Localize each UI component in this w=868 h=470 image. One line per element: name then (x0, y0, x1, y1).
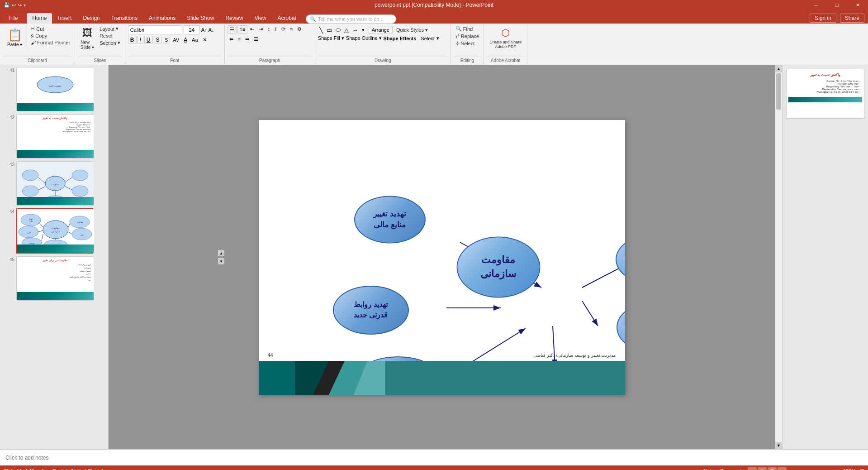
notes-button[interactable]: Notes (703, 468, 716, 470)
columns-button[interactable]: ⦀ (273, 25, 279, 34)
numbering-button[interactable]: 1≡ (237, 25, 248, 34)
tab-insert[interactable]: Insert (52, 13, 77, 24)
node-mid-left[interactable]: تهدید روابطقدرتی جدید (333, 286, 409, 335)
maximize-button[interactable]: □ (826, 0, 847, 10)
section-button[interactable]: Section ▾ (98, 39, 122, 46)
right-slide-panel[interactable]: واکنش نسبت به تغییر • Denial: No, it can… (782, 65, 868, 449)
tab-transitions[interactable]: Transitions (106, 13, 143, 24)
underline-button[interactable]: U (144, 36, 153, 44)
line-spacing-button[interactable]: ↕ (266, 25, 272, 34)
redo-icon[interactable]: ↪ (18, 2, 22, 8)
align-text-button[interactable]: ≡ (288, 25, 294, 34)
tab-review[interactable]: Review (220, 13, 248, 24)
bold-button[interactable]: B (128, 36, 137, 44)
customize-qat[interactable]: ▾ (24, 3, 26, 8)
align-center-button[interactable]: ≡ (236, 35, 242, 43)
slide-thumbnail-45[interactable]: 45 مقاومت در برابر تغییر آموزش و ارتباطا… (16, 256, 106, 301)
increase-indent-button[interactable]: ⇥ (257, 25, 265, 34)
align-right-button[interactable]: ➡ (243, 35, 251, 43)
notes-placeholder[interactable]: Click to add notes (5, 455, 48, 461)
node-top-left[interactable]: تهدید تغییرمنابع مالی (354, 196, 426, 243)
decrease-font-button[interactable]: A↓ (209, 27, 214, 33)
right-panel-slide-42[interactable]: واکنش نسبت به تغییر • Denial: No, it can… (786, 69, 864, 119)
increase-font-button[interactable]: A↑ (201, 27, 207, 33)
scroll-up-left[interactable]: ▲ (218, 250, 224, 256)
close-button[interactable]: ✕ (847, 0, 868, 10)
arrow-shape[interactable]: → (351, 26, 360, 34)
more-shapes[interactable]: ▾ (360, 26, 366, 34)
rect-shape[interactable]: ▭ (325, 26, 333, 34)
slide-thumbnail-41[interactable]: 41 مدیریت تغییر (16, 67, 106, 111)
node-top-right[interactable]: مقاومتساختاری (616, 235, 625, 284)
new-slide-button[interactable]: 🖼 NewSlide ▾ (78, 25, 97, 52)
save-icon[interactable]: 💾 (4, 2, 10, 8)
smartart-button[interactable]: ⚙ (295, 25, 304, 34)
share-button[interactable]: Share (840, 14, 864, 23)
copy-button[interactable]: ⎘ Copy (29, 33, 72, 39)
undo-icon[interactable]: ↩ (12, 2, 16, 8)
select-edit-button[interactable]: ⊹ Select (454, 40, 481, 47)
replace-button[interactable]: ⇄ Replace (454, 33, 481, 39)
minimize-button[interactable]: ─ (806, 0, 826, 10)
italic-button[interactable]: I (138, 36, 143, 44)
bullets-button[interactable]: ☰ (228, 25, 237, 34)
scroll-down-button[interactable]: ▼ (775, 442, 782, 449)
reading-view-button[interactable]: 📖 (768, 467, 777, 470)
scroll-track[interactable] (775, 72, 782, 442)
quick-styles-button[interactable]: Quick Styles ▾ (394, 27, 430, 34)
shape-outline-button[interactable]: Shape Outline ▾ (346, 35, 382, 41)
zoom-plus-button[interactable]: + (836, 468, 839, 470)
create-pdf-button[interactable]: ⬡ Create and ShareAdobe PDF (487, 25, 524, 51)
center-node[interactable]: مقاومتسازمانی (456, 236, 540, 297)
tab-home[interactable]: Home (27, 13, 52, 24)
clear-format-button[interactable]: ✕ (201, 36, 209, 43)
shape-fill-button[interactable]: Shape Fill ▾ (318, 35, 344, 41)
slide-sorter-button[interactable]: ⊞ (758, 467, 767, 470)
fit-slide-button[interactable]: ⊡ (859, 468, 864, 470)
change-case-button[interactable]: Aa (190, 37, 199, 43)
normal-view-button[interactable]: ▭ (748, 467, 757, 470)
slideshow-view-button[interactable]: ▷ (778, 467, 787, 470)
tab-animations[interactable]: Animations (143, 13, 181, 24)
slide-panel[interactable]: 41 مدیریت تغییر (0, 65, 109, 449)
align-left-button[interactable]: ⬅ (228, 35, 235, 43)
slide-thumbnail-44[interactable]: 44 مقاومت سازمانی تهدید مالی قدرت (16, 208, 106, 254)
tell-me-box[interactable]: 🔍 Tell me what you want to do... (306, 14, 396, 24)
reset-button[interactable]: Reset (98, 33, 122, 39)
justify-button[interactable]: ☰ (252, 35, 260, 43)
decrease-indent-button[interactable]: ⇤ (248, 25, 256, 34)
right-scrollbar[interactable]: ▲ ▼ (775, 65, 782, 449)
tab-view[interactable]: View (249, 13, 272, 24)
slide-thumbnail-43[interactable]: 43 مقاومت (16, 161, 106, 206)
tab-acrobat[interactable]: Acrobat (272, 13, 302, 24)
paste-button[interactable]: 📋 Paste ▾ (5, 26, 25, 49)
format-painter-button[interactable]: 🖌 Format Painter (29, 39, 72, 46)
shape-effects-button[interactable]: Shape Effects (384, 36, 417, 41)
shadow-button[interactable]: S (163, 37, 171, 43)
find-button[interactable]: 🔍 Find (454, 25, 481, 32)
scroll-up-button[interactable]: ▲ (775, 65, 782, 72)
select-button[interactable]: Select (421, 36, 435, 41)
font-color-button[interactable]: A̲ (182, 36, 189, 43)
zoom-level[interactable]: 109% (843, 468, 856, 470)
cut-button[interactable]: ✂ Cut (29, 25, 72, 32)
slide-thumbnail-42[interactable]: 42 واکنش نسبت به تغییر • Denial: No, it … (16, 114, 106, 158)
tab-design[interactable]: Design (77, 13, 105, 24)
arrange-button[interactable]: Arrange (369, 26, 393, 34)
node-mid-right[interactable]: تمرکز محدودبه تغییر (617, 302, 625, 353)
sign-in-button[interactable]: Sign in (810, 14, 836, 23)
font-name-input[interactable] (128, 25, 182, 34)
text-direction-button[interactable]: ⟳ (280, 25, 287, 34)
char-spacing-button[interactable]: AV (171, 37, 181, 43)
tab-slideshow[interactable]: Slide Show (181, 13, 219, 24)
layout-button[interactable]: Layout ▾ (98, 25, 122, 32)
scroll-down-left[interactable]: ▼ (218, 258, 224, 264)
tab-file[interactable]: File (2, 13, 25, 24)
scroll-thumb[interactable] (776, 73, 781, 110)
line-shape[interactable]: ╲ (318, 26, 324, 34)
oval-shape[interactable]: ⬭ (334, 25, 342, 34)
zoom-minus-button[interactable]: − (790, 468, 793, 470)
triangle-shape[interactable]: △ (343, 26, 350, 34)
notes-area[interactable]: Click to add notes (0, 449, 868, 465)
strikethrough-button[interactable]: S (154, 36, 162, 44)
